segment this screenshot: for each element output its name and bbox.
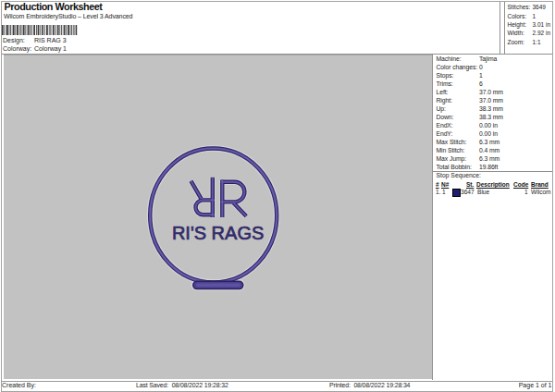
svg-text:RI'S RAGS: RI'S RAGS [172,223,264,243]
